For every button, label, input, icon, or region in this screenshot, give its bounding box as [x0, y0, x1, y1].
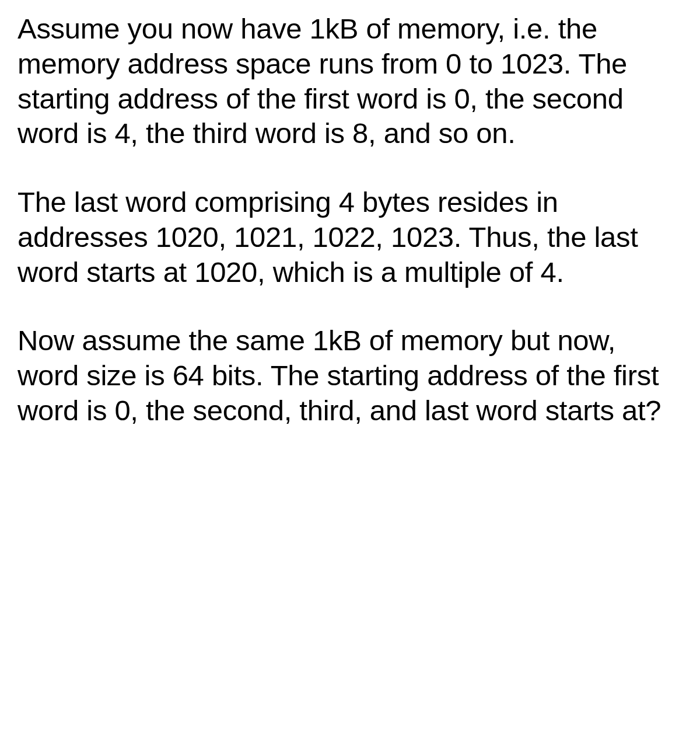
- paragraph-3: Now assume the same 1kB of memory but no…: [18, 323, 682, 428]
- paragraph-1: Assume you now have 1kB of memory, i.e. …: [18, 12, 682, 151]
- paragraph-2: The last word comprising 4 bytes resides…: [18, 185, 682, 290]
